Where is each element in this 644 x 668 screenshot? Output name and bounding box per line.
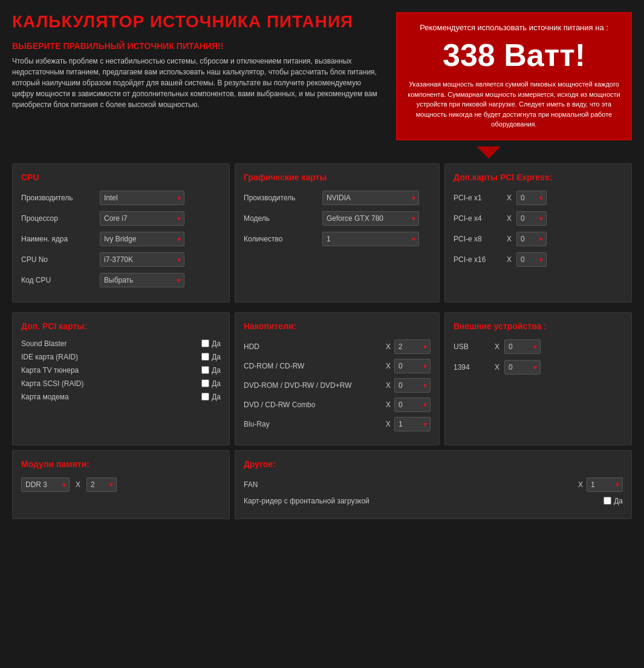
gpu-manufacturer-wrapper: NVIDIA AMD ▼ — [322, 191, 419, 205]
pci-e-x4-wrapper: 012 ▼ — [516, 211, 547, 226]
gpu-model-select[interactable]: Geforce GTX 780 Geforce GTX 770 — [322, 211, 419, 226]
pci-e-x16-label: PCI-e x16 — [454, 255, 502, 264]
sound-blaster-checkbox[interactable] — [201, 339, 209, 347]
dvdrw-row: DVD-ROM / DVD-RW / DVD+RW X 012 ▼ — [244, 378, 431, 393]
firewire-select[interactable]: 012 — [504, 360, 541, 375]
memory-qty-wrapper: 2 1 4 8 ▼ — [86, 477, 117, 492]
pci-e-x4-select[interactable]: 012 — [516, 211, 547, 226]
tv-tuner-row: Карта TV тюнера Да — [21, 366, 221, 375]
cpu-processor-label: Процессор — [21, 214, 100, 223]
cardreader-checkbox[interactable] — [603, 497, 611, 505]
dvdrw-label: DVD-ROM / DVD-RW / DVD+RW — [244, 381, 382, 390]
gpu-quantity-wrapper: 1 2 3 4 ▼ — [322, 232, 419, 246]
modem-yes: Да — [212, 393, 221, 401]
dvdrw-wrapper: 012 ▼ — [394, 378, 431, 393]
pci-e-x1-select[interactable]: 012 — [516, 191, 547, 205]
header-section: КАЛЬКУЛЯТОР ИСТОЧНИКА ПИТАНИЯ ВЫБЕРИТЕ П… — [0, 0, 644, 146]
gpu-title: Графические карты — [244, 172, 431, 182]
pci-cards-title: Доп. PCI карты: — [21, 321, 221, 331]
usb-select[interactable]: 012 — [504, 339, 541, 354]
modem-checkbox[interactable] — [201, 393, 209, 401]
tv-tuner-label: Карта TV тюнера — [21, 366, 201, 375]
bluray-x: X — [386, 420, 391, 428]
recommendation-label: Рекомендуется использовать источник пита… — [407, 23, 621, 32]
sound-blaster-checkbox-label[interactable]: Да — [201, 339, 221, 348]
pci-e-x4-label: PCI-e x4 — [454, 214, 502, 223]
cpu-manufacturer-select[interactable]: Intel AMD — [100, 191, 184, 205]
ide-raid-checkbox[interactable] — [201, 353, 209, 361]
tv-tuner-checkbox[interactable] — [201, 366, 209, 374]
cpu-panel: CPU Производитель Intel AMD ▼ Процессор … — [12, 163, 230, 303]
bluray-select[interactable]: 102 — [394, 417, 431, 431]
dvdrw-x: X — [386, 381, 391, 390]
memory-type-wrapper: DDR 3 DDR 2 DDR ▼ — [21, 477, 70, 492]
gpu-model-wrapper: Geforce GTX 780 Geforce GTX 770 ▼ — [322, 211, 419, 226]
pci-e-x8-select[interactable]: 012 — [516, 232, 547, 246]
tv-tuner-checkbox-label[interactable]: Да — [201, 366, 221, 375]
memory-type-select[interactable]: DDR 3 DDR 2 DDR — [21, 477, 70, 492]
fan-row: FAN X 102 ▼ — [244, 477, 623, 492]
header-left: КАЛЬКУЛЯТОР ИСТОЧНИКА ПИТАНИЯ ВЫБЕРИТЕ П… — [12, 12, 384, 140]
scsi-raid-label: Карта SCSI (RAID) — [21, 379, 201, 388]
ide-raid-yes: Да — [212, 353, 221, 361]
scsi-raid-row: Карта SCSI (RAID) Да — [21, 379, 221, 388]
memory-x: X — [76, 480, 80, 489]
cardreader-label: Карт-ридер с фронтальной загрузкой — [244, 497, 603, 505]
pci-e-x1-label: PCI-e x1 — [454, 194, 502, 202]
gpu-manufacturer-row: Производитель NVIDIA AMD ▼ — [244, 191, 431, 205]
gpu-quantity-select[interactable]: 1 2 3 4 — [322, 232, 419, 246]
scsi-raid-checkbox-label[interactable]: Да — [201, 379, 221, 388]
pci-e-x8-x: X — [507, 235, 512, 243]
storage-panel: Накопители: HDD X 2013 ▼ CD-ROM / CD-RW … — [235, 312, 440, 445]
hdd-select[interactable]: 2013 — [394, 339, 431, 354]
dvd-combo-label: DVD / CD-RW Combo — [244, 401, 382, 409]
cpu-code-label: Код CPU — [21, 276, 100, 284]
pci-express-title: Доп.карты PCI Express: — [454, 172, 623, 182]
pci-e-x16-select[interactable]: 012 — [516, 252, 547, 267]
subtitle: ВЫБЕРИТЕ ПРАВИЛЬНЫЙ ИСТОЧНИК ПИТАНИЯ!! — [12, 41, 384, 51]
hdd-label: HDD — [244, 342, 382, 351]
cardreader-checkbox-label[interactable]: Да — [603, 497, 623, 505]
pci-e-x8-row: PCI-e x8 X 012 ▼ — [454, 232, 623, 246]
cpu-processor-select[interactable]: Core i7 Core i5 Core i3 — [100, 211, 184, 226]
cpu-manufacturer-row: Производитель Intel AMD ▼ — [21, 191, 221, 205]
cpu-core-wrapper: Ivy Bridge Sandy Bridge Haswell ▼ — [100, 232, 184, 246]
usb-x: X — [495, 342, 499, 351]
cpu-core-select[interactable]: Ivy Bridge Sandy Bridge Haswell — [100, 232, 184, 246]
fan-select[interactable]: 102 — [587, 477, 623, 492]
memory-qty-select[interactable]: 2 1 4 8 — [86, 477, 117, 492]
cpu-title: CPU — [21, 172, 221, 182]
cdrom-wrapper: 012 ▼ — [394, 359, 431, 373]
dvdrw-select[interactable]: 012 — [394, 378, 431, 393]
cpu-code-wrapper: Выбрать ▼ — [100, 273, 184, 287]
usb-label: USB — [454, 342, 490, 351]
modem-checkbox-label[interactable]: Да — [201, 393, 221, 401]
scsi-raid-checkbox[interactable] — [201, 379, 209, 387]
gpu-panel: Графические карты Производитель NVIDIA A… — [235, 163, 440, 303]
dvd-combo-select[interactable]: 012 — [394, 398, 431, 412]
gpu-manufacturer-select[interactable]: NVIDIA AMD — [322, 191, 419, 205]
cdrom-x: X — [386, 362, 391, 370]
cpu-code-row: Код CPU Выбрать ▼ — [21, 273, 221, 287]
main-grid: CPU Производитель Intel AMD ▼ Процессор … — [0, 159, 644, 307]
cdrom-select[interactable]: 012 — [394, 359, 431, 373]
fan-wrapper: 102 ▼ — [587, 477, 623, 492]
external-panel: Внешние устройства : USB X 012 ▼ 1394 X … — [444, 312, 632, 445]
external-title: Внешние устройства : — [454, 321, 623, 331]
pci-e-x1-row: PCI-e x1 X 012 ▼ — [454, 191, 623, 205]
gpu-model-row: Модель Geforce GTX 780 Geforce GTX 770 ▼ — [244, 211, 431, 226]
cpu-no-select[interactable]: i7-3770K i7-3770 — [100, 252, 184, 267]
pci-e-x16-wrapper: 012 ▼ — [516, 252, 547, 267]
cpu-manufacturer-label: Производитель — [21, 194, 100, 202]
hdd-wrapper: 2013 ▼ — [394, 339, 431, 354]
storage-title: Накопители: — [244, 321, 431, 331]
other-panel: Другое: FAN X 102 ▼ Карт-ридер с фронтал… — [235, 450, 632, 519]
sound-blaster-row: Sound Blaster Да — [21, 339, 221, 348]
ide-raid-checkbox-label[interactable]: Да — [201, 353, 221, 361]
watt-display: 338 Ватт! — [407, 37, 621, 73]
cdrom-label: CD-ROM / CD-RW — [244, 362, 382, 370]
firewire-x: X — [495, 363, 499, 372]
cpu-code-select[interactable]: Выбрать — [100, 273, 184, 287]
main-grid-row2: Доп. PCI карты: Sound Blaster Да IDE кар… — [0, 307, 644, 450]
main-title: КАЛЬКУЛЯТОР ИСТОЧНИКА ПИТАНИЯ — [12, 12, 384, 31]
